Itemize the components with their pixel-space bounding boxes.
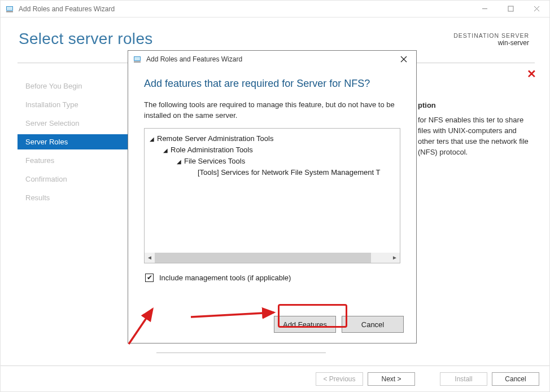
wizard-nav: Before You Begin Installation Type Serve… [18, 78, 142, 209]
server-manager-icon [133, 55, 142, 64]
destination-server-host: win-server [453, 39, 529, 47]
nav-features[interactable]: Features [18, 153, 142, 168]
tree-item-nfs-tools[interactable]: [Tools] Services for Network File System… [149, 167, 400, 178]
svg-rect-2 [6, 11, 13, 12]
scrollbar-thumb[interactable] [155, 253, 371, 263]
horizontal-scrollbar[interactable]: ◄ ► [145, 253, 400, 263]
nav-server-selection[interactable]: Server Selection [18, 116, 142, 131]
roles-list-bottom-border [156, 353, 326, 356]
caret-icon: ◢ [163, 146, 168, 155]
dialog-body: Add features that are required for Serve… [128, 68, 416, 282]
svg-rect-1 [7, 7, 12, 10]
dismiss-error-icon[interactable]: ✕ [527, 67, 539, 80]
nav-server-roles[interactable]: Server Roles [18, 134, 142, 149]
add-features-button[interactable]: Add Features [274, 316, 336, 333]
nav-installation-type[interactable]: Installation Type [18, 97, 142, 112]
include-tools-label: Include management tools (if applicable) [159, 274, 291, 282]
nav-confirmation[interactable]: Confirmation [18, 171, 142, 187]
window-controls [472, 1, 549, 17]
destination-server-block: DESTINATION SERVER win-server [453, 32, 529, 47]
wizard-footer: < Previous Next > Install Cancel [1, 365, 549, 391]
dialog-footer: Add Features Cancel [274, 316, 404, 333]
scroll-left-arrow[interactable]: ◄ [145, 253, 155, 263]
dialog-close-button[interactable] [391, 51, 416, 68]
caret-icon: ◢ [149, 135, 155, 144]
close-button[interactable] [523, 1, 549, 17]
dialog-title: Add Roles and Features Wizard [146, 55, 391, 63]
include-tools-checkbox[interactable]: ✔ [145, 274, 154, 282]
tree-item-role-admin[interactable]: ◢Role Administration Tools [149, 144, 400, 156]
required-features-tree: ◢Remote Server Administration Tools ◢Rol… [144, 128, 400, 263]
add-features-dialog: Add Roles and Features Wizard Add featur… [128, 50, 417, 343]
next-button[interactable]: Next > [368, 372, 415, 386]
dialog-cancel-button[interactable]: Cancel [342, 316, 404, 333]
maximize-button[interactable] [497, 1, 523, 17]
tree-item-rsat[interactable]: ◢Remote Server Administration Tools [149, 133, 400, 144]
scrollbar-track[interactable] [155, 253, 390, 263]
tree-item-file-services[interactable]: ◢File Services Tools [149, 156, 400, 167]
description-body: for NFS enables this ter to share files … [418, 115, 534, 157]
window-titlebar: Add Roles and Features Wizard [1, 1, 549, 17]
destination-server-label: DESTINATION SERVER [453, 32, 529, 39]
svg-rect-8 [134, 57, 140, 60]
svg-rect-9 [134, 61, 141, 63]
previous-button[interactable]: < Previous [316, 372, 363, 386]
minimize-button[interactable] [472, 1, 497, 17]
role-description-panel: ption for NFS enables this ter to share … [418, 101, 534, 157]
window-title: Add Roles and Features Wizard [19, 5, 472, 13]
dialog-titlebar: Add Roles and Features Wizard [128, 51, 416, 68]
svg-rect-4 [508, 6, 513, 11]
scroll-right-arrow[interactable]: ► [390, 253, 400, 263]
install-button[interactable]: Install [440, 372, 487, 386]
description-heading: ption [418, 101, 534, 109]
server-manager-icon [5, 5, 14, 14]
include-tools-row: ✔ Include management tools (if applicabl… [145, 274, 400, 282]
dialog-heading: Add features that are required for Serve… [144, 78, 400, 90]
nav-before-you-begin[interactable]: Before You Begin [18, 78, 142, 94]
nav-results[interactable]: Results [18, 190, 142, 205]
dialog-description: The following tools are required to mana… [144, 100, 400, 121]
cancel-button[interactable]: Cancel [492, 372, 539, 386]
caret-icon: ◢ [176, 157, 182, 166]
